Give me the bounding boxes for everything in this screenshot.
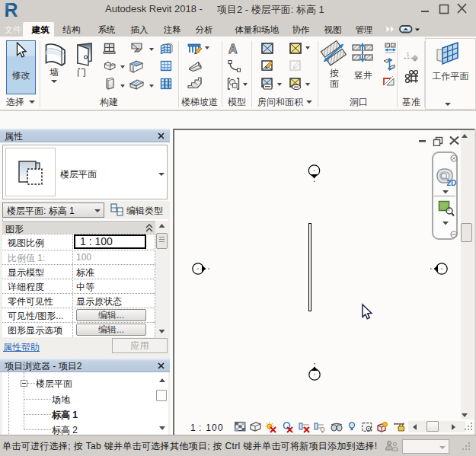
svg-text:A: A: [228, 43, 238, 56]
svg-text:R: R: [5, 0, 18, 19]
svg-text:1: 1: [407, 51, 410, 58]
svg-text:2D: 2D: [447, 179, 457, 187]
